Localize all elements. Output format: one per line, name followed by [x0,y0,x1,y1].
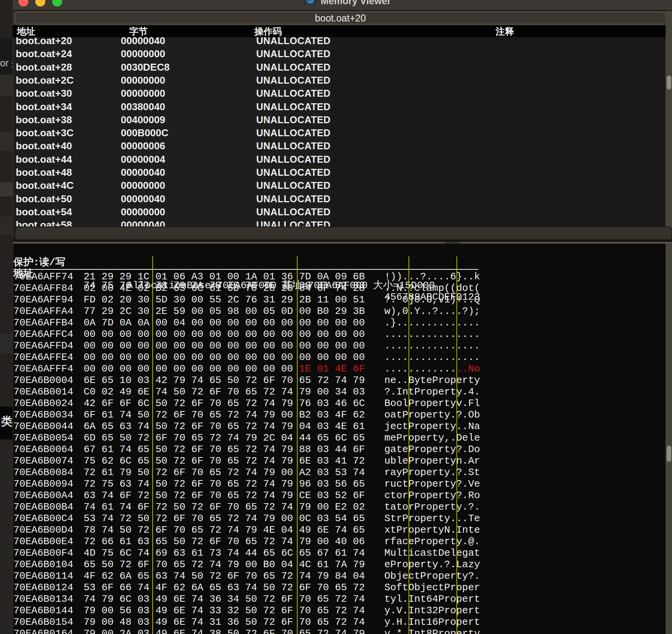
hex-row-address: 70EA6AFF94 [13,294,73,305]
hex-row[interactable]: 70EA6B00B474 61 74 6F 72 50 72 6F 70 65 … [13,501,665,513]
column-address: 地址 [17,25,35,37]
disasm-row[interactable]: boot.oat+280030DEC8UNALLOCATED [13,61,665,74]
hex-dump-panel[interactable]: 保护:读/写 AllocationBase=70EA6AF000基址=70EA6… [13,244,665,634]
hex-row[interactable]: 70EA6B00446A 65 63 74 50 72 6F 70 65 72 … [13,421,665,432]
hex-row-bytes: FD 02 20 30 5D 30 00 55 2C 76 31 29 2B 1… [84,294,365,305]
hex-row[interactable]: 70EA6B00C453 74 72 50 72 6F 70 65 72 74 … [13,513,665,524]
hex-row-address: 70EA6B0044 [13,421,73,432]
hex-row[interactable]: 70EA6B00546D 65 50 72 6F 70 65 72 74 79 … [13,432,665,444]
panel-splitter[interactable] [13,242,672,244]
hex-row-address: 70EA6B00C4 [13,513,73,524]
hex-row[interactable]: 70EA6AFF7421 29 29 1C 01 06 A3 01 00 1A … [13,271,665,282]
close-button[interactable] [18,0,28,7]
disasm-row[interactable]: boot.oat+4800000040UNALLOCATED [13,166,665,179]
hex-row[interactable]: 70EA6AFF94FD 02 20 30 5D 30 00 55 2C 76 … [13,294,665,305]
collapsed-panel-bar[interactable] [15,226,672,241]
hex-row-ascii: ctorProperty?.Ro [384,490,480,501]
hex-row[interactable]: 70EA6B00046E 65 10 03 42 79 74 65 50 72 … [13,375,665,386]
title-bar[interactable]: Memory Viewer [13,0,672,11]
hex-row[interactable]: 70EA6AFFF400 00 00 00 00 00 00 00 00 00 … [13,363,665,375]
row-opcode: UNALLOCATED [256,47,331,61]
disassembly-table[interactable]: boot.oat+2000000040UNALLOCATEDboot.oat+2… [13,25,665,226]
hex-row-ascii: ObjectProperty?. [384,570,480,582]
disasm-row[interactable]: boot.oat+2C00000000UNALLOCATED [13,74,665,87]
hex-row-bytes: 02 00 4E 02 B2 63 6C 61 6D 70 28 28 64 6… [84,282,365,294]
hex-scrollbar-thumb[interactable] [667,446,671,462]
background-panel [0,75,13,96]
disasm-row[interactable]: boot.oat+3800400009UNALLOCATED [13,113,665,127]
hex-row-address: 70EA6B0134 [13,593,73,605]
memory-viewer-window: Memory Viewer boot.oat+20 boot.oat+20000… [13,0,672,634]
hex-row[interactable]: 70EA6AFF8402 00 4E 02 B2 63 6C 61 6D 70 … [13,282,665,294]
hex-row[interactable]: 70EA6B008472 61 79 50 72 6F 70 65 72 74 … [13,467,665,478]
hex-row-bytes: 6E 65 10 03 42 79 74 65 50 72 6F 70 65 7… [84,375,365,386]
disasm-row[interactable]: boot.oat+3C000B000CUNALLOCATED [13,126,665,140]
table-scrollbar-thumb[interactable] [667,76,671,89]
hex-row-bytes: C0 02 49 6E 74 50 72 6F 70 65 72 74 79 0… [84,386,365,398]
row-opcode: UNALLOCATED [256,192,331,206]
disasm-row[interactable]: boot.oat+4C00000000UNALLOCATED [13,179,665,192]
disasm-row[interactable]: boot.oat+2400000000UNALLOCATED [13,47,665,61]
hex-row-bytes: 72 61 79 50 72 6F 70 65 72 74 79 00 A2 0… [84,467,365,478]
address-bar[interactable]: boot.oat+20 [15,12,666,25]
row-opcode: UNALLOCATED [256,179,331,192]
hex-row[interactable]: 70EA6B01144F 62 6A 65 63 74 50 72 6F 70 … [13,570,665,582]
hex-row-address: 70EA6AFF84 [13,282,73,294]
byte-group-separator-line [297,256,298,634]
subheader: boot.oat+20 [13,11,672,25]
hex-row[interactable]: 70EA6AFFB40A 7D 0A 0A 00 04 00 00 00 00 … [13,317,665,329]
hex-row[interactable]: 70EA6AFFE400 00 00 00 00 00 00 00 00 00 … [13,352,665,363]
hex-row[interactable]: 70EA6B00D478 74 50 72 6F 70 65 72 74 79 … [13,524,665,536]
hex-row[interactable]: 70EA6B015479 00 48 03 49 6E 74 31 36 50 … [13,616,665,628]
minimize-button[interactable] [35,0,45,7]
disasm-row[interactable]: boot.oat+3400380040UNALLOCATED [13,100,665,114]
disasm-row[interactable]: boot.oat+4000000006UNALLOCATED [13,139,665,153]
column-opcode: 操作码 [254,25,282,37]
splitter-handle-icon[interactable] [445,242,460,244]
hex-row-bytes: 72 66 61 63 65 50 72 6F 70 65 72 74 79 0… [84,536,365,547]
row-bytes: 00000040 [121,218,165,226]
hex-row-bytes: 4D 75 6C 74 69 63 61 73 74 44 65 6C 65 6… [84,547,365,559]
background-highlight-row [0,182,13,196]
hex-row[interactable]: 70EA6AFFC400 00 00 00 00 00 00 00 00 00 … [13,329,665,340]
hex-row[interactable]: 70EA6AFFD400 00 00 00 00 00 00 00 00 00 … [13,340,665,352]
hex-row-bytes: 00 00 00 00 00 00 00 00 00 00 00 00 00 0… [84,329,365,340]
hex-row-bytes: 75 62 6C 65 50 72 6F 70 65 72 74 79 6E 0… [84,455,365,467]
hex-row-address: 70EA6B0084 [13,467,73,478]
hex-row[interactable]: 70EA6B010465 50 72 6F 70 65 72 74 79 00 … [13,559,665,570]
hex-row[interactable]: 70EA6B00A463 74 6F 72 50 72 6F 70 65 72 … [13,490,665,501]
hex-row[interactable]: 70EA6B00E472 66 61 63 65 50 72 6F 70 65 … [13,536,665,547]
zoom-button[interactable] [52,0,62,7]
hex-row-bytes: 74 79 6C 03 49 6E 74 36 34 50 72 6F 70 6… [84,593,365,605]
hex-row[interactable]: 70EA6AFFA477 29 2C 30 2E 59 00 05 98 00 … [13,305,665,317]
hex-row[interactable]: 70EA6B0014C0 02 49 6E 74 50 72 6F 70 65 … [13,386,665,398]
hex-row-ascii: y.H.Int16Propert [384,616,480,628]
row-bytes: 00000000 [121,205,165,219]
row-address: boot.oat+44 [16,153,72,166]
hex-row-ascii: ?. 0]0.U,v1)+..Q [384,294,480,305]
hex-row[interactable]: 70EA6B009472 75 63 74 50 72 6F 70 65 72 … [13,478,665,490]
hex-row[interactable]: 70EA6B016479 00 2A 03 49 6E 74 38 50 72 … [13,628,665,634]
disasm-row[interactable]: boot.oat+5800000040UNALLOCATED [13,218,665,226]
hex-row[interactable]: 70EA6B013474 79 6C 03 49 6E 74 36 34 50 … [13,593,665,605]
scrollbar-track[interactable] [665,11,672,634]
hex-row[interactable]: 70EA6B012453 6F 66 74 4F 62 6A 65 63 74 … [13,582,665,593]
disasm-row[interactable]: boot.oat+5000000040UNALLOCATED [13,192,665,206]
hex-row[interactable]: 70EA6B002442 6F 6F 6C 50 72 6F 70 65 72 … [13,398,665,409]
row-opcode: UNALLOCATED [256,74,331,87]
app-bug-icon [303,0,317,8]
hex-row-bytes: 6A 65 63 74 50 72 6F 70 65 72 74 79 04 0… [84,421,365,432]
disasm-row[interactable]: boot.oat+3000000000UNALLOCATED [13,87,665,100]
hex-row-ascii: ructProperty?.Ve [384,478,480,490]
hex-row[interactable]: 70EA6B007475 62 6C 65 50 72 6F 70 65 72 … [13,455,665,467]
hex-row[interactable]: 70EA6B006467 61 74 65 50 72 6F 70 65 72 … [13,444,665,455]
disasm-row[interactable]: boot.oat+4400000004UNALLOCATED [13,153,665,166]
hex-row[interactable]: 70EA6B00F44D 75 6C 74 69 63 61 73 74 44 … [13,547,665,559]
hex-row[interactable]: 70EA6B014479 00 56 03 49 6E 74 33 32 50 … [13,605,665,616]
hex-row[interactable]: 70EA6B00346F 61 74 50 72 6F 70 65 72 74 … [13,409,665,421]
hex-row-ascii: ublePropertyn.Ar [384,455,480,467]
row-address: boot.oat+24 [16,47,72,61]
disasm-row[interactable]: boot.oat+5400000000UNALLOCATED [13,205,665,219]
row-address: boot.oat+28 [16,61,72,74]
hex-row-bytes: 79 00 56 03 49 6E 74 33 32 50 72 6F 70 6… [84,605,365,616]
